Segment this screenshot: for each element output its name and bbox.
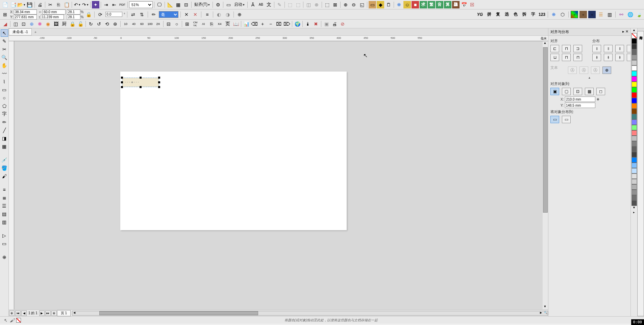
plugin2-button[interactable]: ☺ <box>403 1 411 8</box>
vertical-ruler[interactable] <box>9 41 14 309</box>
polygon-tool[interactable]: ⬠ <box>1 102 8 110</box>
scroll-right-button[interactable]: ▶ <box>539 311 543 315</box>
snap-dropdown[interactable]: 贴齐(T)▾ <box>193 1 211 8</box>
status-fill-icon[interactable]: 🖌 <box>9 318 15 323</box>
import-button[interactable]: ⇥ <box>102 1 110 8</box>
align-to-active-button[interactable]: ▣ <box>550 88 559 95</box>
align-left-tool[interactable]: ≡ <box>1 186 8 193</box>
outline-width-select[interactable]: 毫 <box>159 11 178 18</box>
ex-rotate2[interactable]: ↺ <box>95 20 103 28</box>
shape-pen-button[interactable]: ✎ <box>276 1 283 8</box>
align-left-button[interactable]: ⊏ <box>550 45 559 52</box>
plugin3-button[interactable]: ■ <box>412 1 419 8</box>
fu-button[interactable]: 复 <box>494 11 502 18</box>
combine-button[interactable]: ⬚ <box>286 1 294 8</box>
rectangle-tool[interactable]: ▭ <box>1 86 8 93</box>
cjk-button[interactable]: 龘 <box>452 1 460 8</box>
align-tool-button[interactable]: ⊕ <box>342 1 349 8</box>
launch-dropdown[interactable]: 启动▾ <box>233 1 246 8</box>
selection-handle-mr[interactable] <box>158 81 160 83</box>
color3-button[interactable]: ▫ <box>588 11 596 18</box>
align-x-input[interactable] <box>565 97 595 102</box>
num-button[interactable]: 123 <box>538 11 546 18</box>
text-tool-a-button[interactable]: Ā <box>249 1 256 8</box>
ex-split[interactable]: ⊟ <box>165 20 172 28</box>
zi-button[interactable]: 字 <box>529 11 537 18</box>
rulers-button[interactable]: 📐 <box>166 1 174 8</box>
scale-x-input[interactable] <box>67 9 80 15</box>
pdf-button[interactable]: PDF <box>119 1 126 8</box>
weld-button[interactable]: ⬚ <box>294 1 302 8</box>
text-align1-button[interactable]: Ⓐ <box>568 66 577 74</box>
distribute-to-selection-button[interactable]: ▭ <box>550 116 559 123</box>
text-align2-button[interactable]: Ⓐ <box>579 66 588 74</box>
selected-object[interactable]: ▫▫▫◈▫▫▫ <box>122 78 159 87</box>
transform-button[interactable]: ◱ <box>358 1 366 8</box>
ex-plus[interactable]: + <box>259 20 266 28</box>
guides-button[interactable]: ⊟ <box>182 1 190 8</box>
mirror-v-button[interactable]: ⇅ <box>138 11 146 18</box>
horizontal-ruler[interactable]: -150 -100 -50 0 50 100 150 200 250 300 3… <box>9 36 548 41</box>
selection-handle-tl[interactable] <box>121 77 123 79</box>
xuan-button[interactable]: 选 <box>503 11 511 18</box>
ex-btn4[interactable]: ❋ <box>36 20 44 28</box>
ex-clear2[interactable]: ⌦ <box>283 20 291 28</box>
y-position-input[interactable] <box>14 15 37 20</box>
ex-btn5[interactable]: ◉ <box>44 20 52 28</box>
ex-minus[interactable]: − <box>267 20 274 28</box>
link-button[interactable]: ⚯ <box>618 11 625 18</box>
delete-segment-button[interactable]: ✕ <box>183 11 190 18</box>
dist-spacing-h-button[interactable]: ⫴ <box>615 45 624 52</box>
align-bottom-button[interactable]: ⊓ <box>573 54 582 61</box>
align-to-grid-button[interactable]: ▦ <box>585 88 594 95</box>
freehand-tool[interactable]: 〰 <box>1 70 8 77</box>
align-to-page-center-button[interactable]: ⊡ <box>573 88 582 95</box>
text-align3-button[interactable]: Ⓐ <box>591 66 600 74</box>
outline-tool[interactable]: 🖌 <box>1 172 8 180</box>
dist-spacing-v-button[interactable]: ⫵ <box>615 54 624 61</box>
ex-rotate4[interactable]: ⊛ <box>112 20 119 28</box>
calendar-button[interactable]: 📅 <box>460 1 468 8</box>
outline-pen-button[interactable]: ✏ <box>150 11 157 18</box>
ex-10[interactable]: 10 <box>122 20 129 28</box>
ex-print[interactable]: 🖨 <box>331 20 338 28</box>
selection-handle-bc[interactable] <box>140 86 142 88</box>
ex-lock2[interactable]: 🔓 <box>77 20 84 28</box>
globe-button[interactable]: 🌐 <box>626 11 634 18</box>
ex-del[interactable]: ✖ <box>312 20 320 28</box>
align-full-tool[interactable]: ▥ <box>1 218 8 226</box>
docked-tab-align[interactable]: 对齐与分布 <box>637 31 644 316</box>
export-button[interactable]: ⇤ <box>110 1 118 8</box>
highlight-button[interactable]: ◆ <box>377 1 384 8</box>
collapse-section-button[interactable]: ▲ <box>550 75 628 80</box>
calculator-button[interactable]: 🗒 <box>385 1 392 8</box>
align-center-tool[interactable]: ≣ <box>1 194 8 201</box>
list-button[interactable]: ☰ <box>597 11 604 18</box>
page-tab[interactable]: 页 1 <box>57 310 71 316</box>
app-launcher-button[interactable]: ▭ <box>225 1 232 8</box>
shape-tool1-button[interactable]: ❋ <box>550 11 558 18</box>
align-center-h-button[interactable]: ⊓ <box>562 45 571 52</box>
text-chinese-button[interactable]: 文 <box>265 1 273 8</box>
scrollbar-thumb[interactable] <box>543 47 548 213</box>
se-button[interactable]: 色 <box>512 11 519 18</box>
ex-rotate1[interactable]: ↻ <box>87 20 95 28</box>
pick-tool[interactable]: ↖ <box>1 29 8 37</box>
open-button[interactable]: 📂▾ <box>18 1 25 8</box>
align-right-button[interactable]: ⊐ <box>573 45 582 52</box>
search-button[interactable]: ✦ <box>92 1 99 8</box>
selection-handle-ml[interactable] <box>121 81 123 83</box>
distribute-tool-button[interactable]: ⊖ <box>350 1 357 8</box>
color2-button[interactable]: ▫ <box>579 11 587 18</box>
horizontal-scrollbar[interactable]: ◀ ▶ 🔍 <box>72 311 548 316</box>
ex-page[interactable]: 页 <box>224 20 231 28</box>
prev-page-button[interactable]: ◀ <box>21 310 27 316</box>
envelope-button[interactable]: ▭ <box>369 1 376 8</box>
scroll-up-button[interactable]: ▲ <box>543 41 547 46</box>
dist-left-button[interactable]: ⫴ <box>592 45 601 52</box>
ex-temp[interactable]: 🌡 <box>304 20 312 28</box>
chai-button[interactable]: 拆 <box>521 11 528 18</box>
save-button[interactable]: 💾 <box>26 1 33 8</box>
ex-erase[interactable]: ⌫ <box>251 20 258 28</box>
fullscreen-button[interactable]: 🖵 <box>156 1 163 8</box>
